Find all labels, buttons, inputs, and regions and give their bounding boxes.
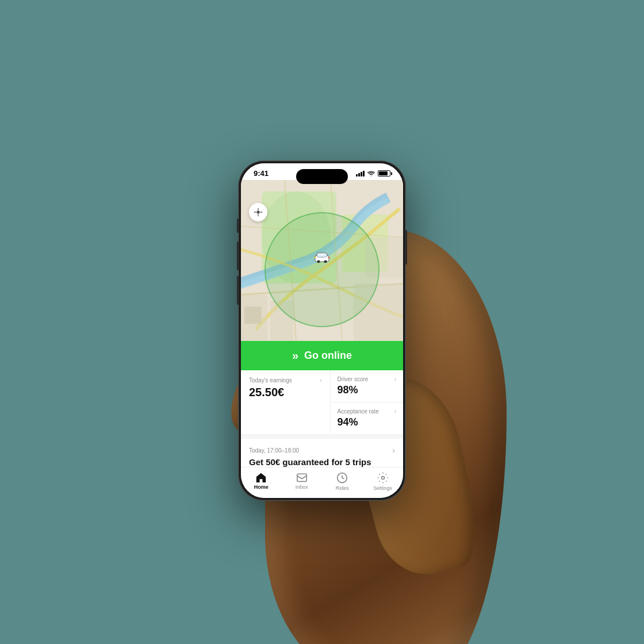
promo-title: Get 50€ guaranteed for 5 trips [249,457,395,467]
phone-frame: 9:41 [239,161,405,500]
nav-settings[interactable]: Settings [363,472,404,491]
bottom-nav: Home Inbox Rides [241,467,403,498]
location-button[interactable] [249,203,267,221]
driver-score-label: Driver score [338,376,369,382]
phone-screen: 9:41 [241,163,403,498]
acceptance-rate-label-row: Acceptance rate › [338,408,397,415]
content-area: Today's earnings › 25.50€ Driver score ›… [241,370,403,467]
svg-point-21 [256,210,259,213]
dynamic-island [296,169,348,184]
nav-home-label: Home [254,484,269,490]
driver-score-label-row: Driver score › [338,376,397,382]
home-icon [255,472,267,482]
inbox-icon [296,472,308,482]
signal-icon [356,171,365,177]
earnings-chevron-icon: › [320,377,321,384]
earnings-card[interactable]: Today's earnings › 25.50€ [241,370,331,434]
earnings-label: Today's earnings [249,377,292,384]
radius-circle [264,212,379,327]
nav-inbox-label: Inbox [296,484,308,490]
settings-icon [377,472,389,484]
clock-icon [336,472,348,484]
nav-inbox[interactable]: Inbox [282,472,323,491]
svg-rect-12 [244,306,262,324]
car-icon [314,251,330,263]
right-stats-col: Driver score › 98% Acceptance rate › 94% [331,370,404,434]
go-online-button[interactable]: » Go online [241,341,403,370]
acceptance-rate-card[interactable]: Acceptance rate › 94% [331,402,404,434]
nav-settings-label: Settings [373,485,392,491]
driver-score-chevron-icon: › [394,376,396,382]
promo-time-row: Today, 17:00–18:00 › [249,446,395,455]
svg-point-29 [381,477,384,480]
acceptance-rate-chevron-icon: › [394,408,396,415]
promo-card[interactable]: Today, 17:00–18:00 › Get 50€ guaranteed … [241,439,403,467]
power-button [405,230,407,264]
go-online-label: Go online [304,350,352,362]
promo-time-label: Today, 17:00–18:00 [249,447,299,454]
svg-rect-18 [323,254,327,257]
status-time: 9:41 [254,169,269,178]
battery-icon [378,170,390,177]
nav-home[interactable]: Home [241,472,282,491]
earnings-label-row: Today's earnings › [249,377,322,384]
promo-chevron-icon: › [392,446,395,455]
svg-rect-17 [317,254,321,257]
svg-rect-27 [297,474,306,481]
status-icons [356,170,390,177]
go-online-arrows-icon: » [292,349,298,362]
earnings-value: 25.50€ [249,386,322,399]
stats-row: Today's earnings › 25.50€ Driver score ›… [241,370,403,434]
silent-switch [237,218,239,233]
driver-score-card[interactable]: Driver score › 98% [331,370,404,402]
nav-rides-label: Rides [336,485,349,491]
svg-rect-19 [314,257,316,258]
acceptance-rate-label: Acceptance rate [338,408,379,415]
map-view [241,180,403,341]
wifi-icon [367,171,375,177]
volume-up-button [237,241,239,270]
driver-score-value: 98% [338,384,397,396]
volume-down-button [237,276,239,305]
nav-rides[interactable]: Rides [322,472,363,491]
acceptance-rate-value: 94% [338,416,397,428]
svg-rect-20 [328,257,330,258]
